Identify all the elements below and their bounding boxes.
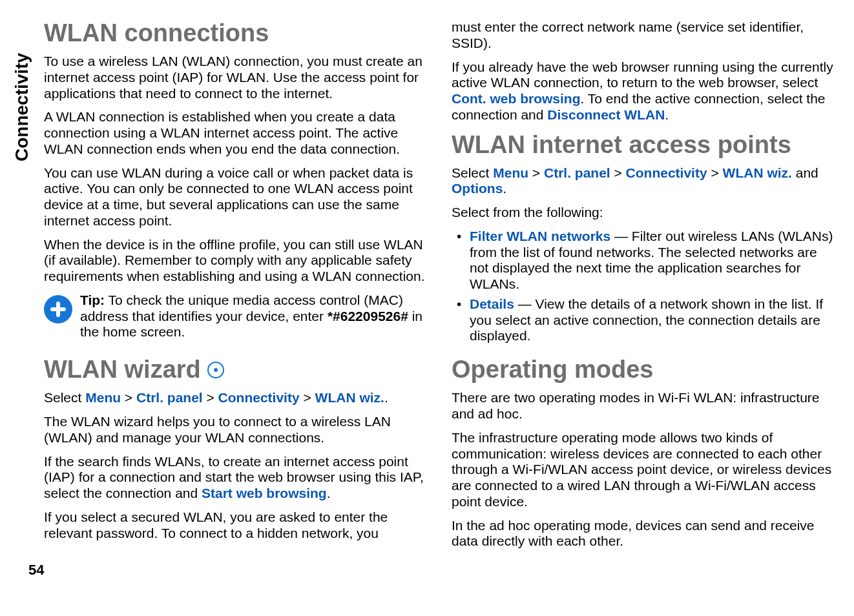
options-label: Options <box>452 181 503 196</box>
ctrl-panel-label: Ctrl. panel <box>136 390 203 405</box>
paragraph: You can use WLAN during a voice call or … <box>44 165 427 229</box>
disconnect-label: Disconnect WLAN <box>547 107 665 122</box>
breadcrumb: Select Menu > Ctrl. panel > Connectivity… <box>44 390 427 406</box>
tip-label: Tip: <box>80 293 105 307</box>
sep: > <box>300 390 315 405</box>
paragraph: must enter the correct network name (ser… <box>452 19 835 52</box>
paragraph: The WLAN wizard helps you to connect to … <box>44 414 427 446</box>
heading-operating-modes: Operating modes <box>452 356 835 384</box>
page: Connectivity 54 WLAN connections To use … <box>0 19 835 597</box>
sep: > <box>610 165 626 180</box>
t: — View the details of a network shown in… <box>470 296 823 344</box>
wlan-wiz-label: WLAN wiz. <box>723 165 792 180</box>
t: If you already have the web browser runn… <box>452 59 833 90</box>
t: . <box>665 107 669 122</box>
paragraph: To use a wireless LAN (WLAN) connection,… <box>44 54 427 101</box>
wlan-icon <box>207 362 224 378</box>
paragraph: In the ad hoc operating mode, devices ca… <box>452 518 835 550</box>
details-label: Details <box>470 296 514 311</box>
t: and <box>792 165 818 180</box>
breadcrumb: Select Menu > Ctrl. panel > Connectivity… <box>452 165 835 198</box>
connectivity-label: Connectivity <box>626 165 707 180</box>
menu-label: Menu <box>85 390 121 405</box>
sep: > <box>528 165 544 180</box>
tip-text: Tip: To check the unique media access co… <box>80 293 427 340</box>
cont-web-label: Cont. web browsing <box>452 91 581 106</box>
paragraph: The infrastructure operating mode allows… <box>452 430 835 510</box>
paragraph: When the device is in the offline profil… <box>44 237 427 285</box>
column-left: WLAN connections To use a wireless LAN (… <box>44 19 427 597</box>
column-right: must enter the correct network name (ser… <box>452 19 835 597</box>
ctrl-panel-label: Ctrl. panel <box>544 165 610 180</box>
paragraph: A WLAN connection is established when yo… <box>44 109 427 157</box>
list-item: Details — View the details of a network … <box>452 296 835 344</box>
sep: > <box>203 390 218 405</box>
sep: > <box>121 390 136 405</box>
heading-text: WLAN wizard <box>44 356 201 384</box>
heading-wlan-connections: WLAN connections <box>44 19 427 47</box>
paragraph: There are two operating modes in Wi-Fi W… <box>452 390 835 422</box>
list-item: Filter WLAN networks — Filter out wirele… <box>452 229 835 293</box>
t: Select <box>452 165 493 180</box>
heading-wlan-iap: WLAN internet access points <box>452 131 835 159</box>
t: Select <box>44 390 85 405</box>
connectivity-label: Connectivity <box>218 390 300 405</box>
filter-wlan-label: Filter WLAN networks <box>470 229 610 243</box>
heading-wlan-wizard: WLAN wizard <box>44 356 427 384</box>
option-list: Filter WLAN networks — Filter out wirele… <box>452 229 835 348</box>
section-label: Connectivity <box>12 53 32 161</box>
tip-code: *#62209526# <box>328 309 408 323</box>
page-number: 54 <box>28 562 44 579</box>
t: . <box>384 390 388 405</box>
menu-label: Menu <box>493 165 528 180</box>
paragraph: If you select a secured WLAN, you are as… <box>44 509 427 542</box>
t: . <box>327 486 331 500</box>
start-web-label: Start web browsing <box>202 486 327 500</box>
paragraph: If the search finds WLANs, to create an … <box>44 454 427 502</box>
sep: > <box>707 165 723 180</box>
t: . <box>503 181 506 196</box>
wlan-wiz-label: WLAN wiz. <box>315 390 384 405</box>
side-label: Connectivity <box>0 19 44 597</box>
paragraph: Select from the following: <box>452 205 835 221</box>
columns: WLAN connections To use a wireless LAN (… <box>44 19 835 597</box>
tip-icon <box>44 295 72 323</box>
tip-row: Tip: To check the unique media access co… <box>44 293 427 348</box>
paragraph: If you already have the web browser runn… <box>452 59 835 123</box>
